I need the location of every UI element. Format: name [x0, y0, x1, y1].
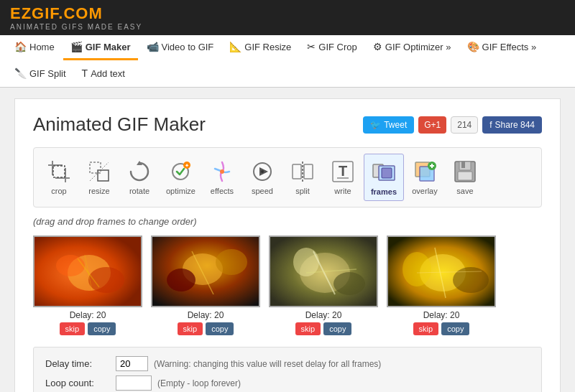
overlay-label: overlay [412, 187, 437, 195]
write-icon: T [329, 158, 356, 185]
frame-3-delay: Delay: 20 [305, 310, 342, 320]
title-row: Animated GIF Maker 🐦 Tweet G+1 214 f Sha… [33, 113, 542, 136]
frame-2-thumb [151, 235, 260, 307]
frame-1: Delay: 20 skip copy [33, 235, 142, 335]
frames-label: frames [371, 187, 397, 196]
logo: EZGIF.COM ANIMATED GIFS MADE EASY [10, 6, 565, 31]
tool-rotate[interactable]: rotate [120, 154, 159, 201]
effects-nav-icon: 🎨 [467, 41, 479, 52]
frame-1-buttons: skip copy [60, 322, 116, 335]
frame-4-skip[interactable]: skip [413, 322, 439, 335]
svg-rect-33 [458, 172, 472, 180]
frame-3-copy[interactable]: copy [323, 322, 351, 335]
page-title: Animated GIF Maker [33, 113, 206, 136]
delay-note: (Warning: changing this value will reset… [154, 359, 381, 369]
tool-frames[interactable]: frames [364, 154, 404, 201]
frame-1-delay: Delay: 20 [70, 310, 106, 320]
optimize-icon: ✦ [167, 158, 194, 185]
svg-point-54 [453, 267, 489, 293]
tool-resize[interactable]: resize [80, 154, 119, 201]
nav-item-gif-optimizer[interactable]: ⚙ GIF Optimizer » [366, 35, 459, 60]
frame-1-copy[interactable]: copy [88, 322, 116, 335]
split-nav-icon: 🔪 [14, 67, 27, 79]
tool-write[interactable]: T write [323, 154, 362, 201]
drag-hint: (drag and drop frames to change order) [33, 216, 542, 227]
gplus-button[interactable]: G+1 [418, 116, 446, 134]
home-icon: 🏠 [14, 41, 27, 52]
frames-icon [370, 159, 397, 186]
tool-overlay[interactable]: overlay [405, 154, 444, 201]
tool-split[interactable]: split [283, 154, 322, 201]
twitter-bird-icon: 🐦 [370, 120, 381, 130]
delay-input[interactable] [116, 356, 148, 371]
video-icon: 📹 [147, 41, 159, 52]
speed-icon [249, 158, 276, 185]
svg-point-53 [402, 252, 431, 286]
optimize-label: optimize [166, 187, 196, 195]
svg-point-36 [56, 255, 85, 276]
frame-2: Delay: 20 skip copy [151, 235, 260, 335]
split-label: split [295, 187, 310, 195]
nav-item-home[interactable]: 🏠 Home [7, 35, 62, 60]
crop-label: crop [51, 187, 66, 195]
svg-line-7 [90, 162, 109, 181]
optimizer-icon: ⚙ [373, 41, 382, 52]
delay-label: Delay time: [45, 358, 110, 369]
logo-subtitle: ANIMATED GIFS MADE EASY [10, 23, 565, 31]
crop-nav-icon: ✂ [307, 41, 316, 52]
nav-item-gif-split[interactable]: 🔪 GIF Split [7, 62, 73, 87]
tool-optimize[interactable]: ✦ optimize [160, 154, 201, 201]
resize-label: resize [88, 187, 109, 195]
frame-2-delay: Delay: 20 [188, 310, 224, 320]
overlay-icon [411, 158, 438, 185]
frame-3-buttons: skip copy [295, 322, 352, 335]
tool-crop[interactable]: crop [40, 154, 78, 201]
logo-text-main: EZGIF [10, 4, 58, 22]
frame-4-thumb [387, 235, 496, 307]
frame-4-delay: Delay: 20 [423, 310, 460, 320]
svg-rect-5 [90, 162, 101, 173]
tool-toolbar: crop resize rotate ✦ optimize [33, 147, 542, 207]
loop-label: Loop count: [45, 378, 110, 388]
frame-3-skip[interactable]: skip [295, 322, 321, 335]
nav-item-gif-crop[interactable]: ✂ GIF Crop [300, 35, 364, 60]
save-icon [451, 158, 479, 185]
effects-icon [208, 158, 236, 185]
frame-4-buttons: skip copy [413, 322, 470, 335]
effects-label: effects [211, 187, 234, 195]
tool-speed[interactable]: speed [243, 154, 282, 201]
svg-text:✦: ✦ [185, 163, 189, 168]
frame-3-thumb [269, 235, 378, 307]
nav-item-gif-effects[interactable]: 🎨 GIF Effects » [460, 35, 544, 60]
share-button[interactable]: f Share 844 [482, 116, 542, 134]
frame-1-skip[interactable]: skip [60, 322, 86, 335]
frames-container: Delay: 20 skip copy Delay: [33, 235, 542, 335]
frame-2-buttons: skip copy [178, 322, 234, 335]
resize-icon [86, 158, 113, 185]
tweet-button[interactable]: 🐦 Tweet [363, 116, 414, 134]
rotate-icon [126, 158, 153, 185]
frame-4: Delay: 20 skip copy [387, 235, 496, 335]
nav-item-gif-maker[interactable]: 🎬 GIF Maker [63, 35, 138, 60]
logo-com: .COM [58, 4, 102, 22]
gifmaker-icon: 🎬 [70, 41, 83, 52]
frame-4-copy[interactable]: copy [441, 322, 469, 335]
frame-1-thumb [33, 235, 142, 307]
svg-rect-32 [461, 162, 465, 168]
svg-text:T: T [339, 163, 347, 179]
save-label: save [456, 187, 473, 195]
frame-2-copy[interactable]: copy [206, 322, 234, 335]
nav-item-video-to-gif[interactable]: 📹 Video to GIF [139, 35, 221, 60]
addtext-icon: T [82, 67, 88, 79]
svg-rect-6 [98, 170, 109, 181]
loop-input[interactable] [116, 375, 152, 391]
tool-effects[interactable]: effects [203, 154, 242, 201]
resize-nav-icon: 📐 [229, 41, 242, 52]
frame-2-skip[interactable]: skip [178, 322, 203, 335]
loop-row: Loop count: (Empty - loop forever) [45, 375, 530, 391]
nav-item-gif-resize[interactable]: 📐 GIF Resize [222, 35, 298, 60]
loop-note: (Empty - loop forever) [157, 378, 241, 388]
nav-item-add-text[interactable]: T Add text [75, 62, 132, 87]
gplus-count: 214 [451, 116, 478, 134]
tool-save[interactable]: save [446, 154, 484, 201]
